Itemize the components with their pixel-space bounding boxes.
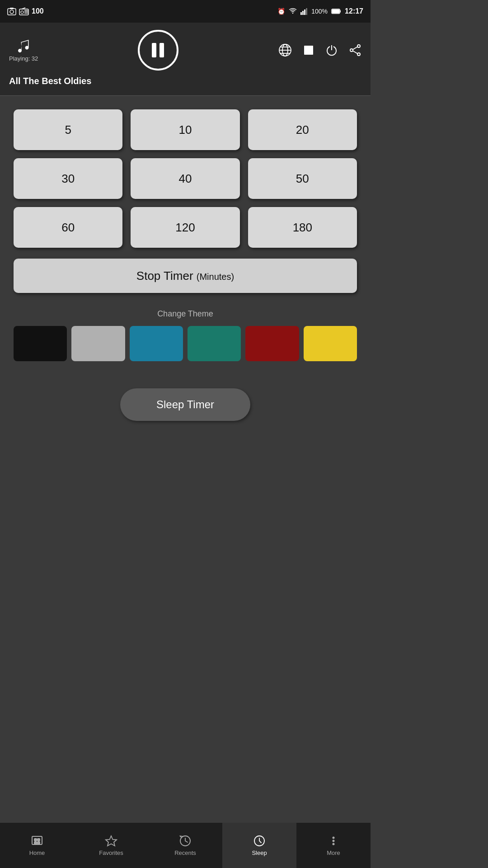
stop-timer-button[interactable]: Stop Timer (Minutes): [14, 259, 357, 293]
nav-more-label: More: [327, 849, 340, 856]
timer-btn-20[interactable]: 20: [248, 109, 357, 150]
more-icon: [327, 835, 340, 847]
svg-rect-9: [300, 12, 302, 15]
theme-swatches: [14, 326, 357, 361]
svg-rect-15: [340, 10, 341, 13]
svg-line-26: [353, 47, 357, 50]
svg-point-36: [333, 836, 335, 839]
recents-icon: [179, 835, 192, 847]
status-bar: 100 ⏰ 100%: [0, 0, 371, 23]
timer-grid: 5 10 20 30 40 50 60 120 180: [14, 109, 357, 248]
svg-rect-29: [34, 839, 37, 841]
svg-point-24: [357, 53, 360, 56]
battery-level: 100%: [311, 8, 328, 15]
station-name: All The Best Oldies: [9, 76, 361, 86]
power-button[interactable]: [325, 44, 338, 57]
svg-point-37: [333, 840, 335, 842]
sleep-icon: [253, 835, 266, 847]
nav-recents-label: Recents: [174, 849, 196, 856]
stop-button[interactable]: [303, 44, 314, 56]
globe-icon[interactable]: [278, 43, 292, 57]
svg-rect-31: [34, 842, 37, 844]
svg-rect-0: [8, 9, 16, 15]
svg-rect-2: [10, 8, 14, 9]
header-right-controls: [278, 43, 361, 57]
signal-icon: [300, 8, 308, 15]
star-icon: [105, 835, 117, 847]
theme-swatch-red[interactable]: [245, 326, 299, 361]
change-theme-label: Change Theme: [14, 309, 357, 319]
svg-rect-30: [38, 839, 40, 841]
timer-btn-120[interactable]: 120: [131, 207, 239, 248]
header-left-icons: Playing: 32: [9, 39, 38, 62]
time-display: 12:17: [345, 7, 363, 15]
nav-sleep-label: Sleep: [252, 849, 267, 856]
sleep-timer-section: Sleep Timer: [14, 388, 357, 421]
svg-line-27: [353, 51, 357, 54]
status-left: 100: [7, 7, 44, 15]
alarm-icon: ⏰: [277, 8, 285, 15]
svg-rect-21: [304, 46, 313, 55]
music-note-icon: [16, 39, 31, 53]
timer-btn-180[interactable]: 180: [248, 207, 357, 248]
playing-count: 100: [32, 7, 44, 15]
radio-icon: [19, 7, 29, 15]
timer-btn-5[interactable]: 5: [14, 109, 122, 150]
nav-sleep[interactable]: Sleep: [222, 823, 296, 868]
sleep-timer-button[interactable]: Sleep Timer: [120, 388, 250, 421]
nav-home[interactable]: Home: [0, 823, 74, 868]
pause-icon: [152, 43, 164, 57]
svg-point-4: [21, 11, 23, 14]
share-button[interactable]: [349, 44, 361, 57]
nav-home-label: Home: [29, 849, 45, 856]
status-right: ⏰ 100% 12:17: [277, 7, 363, 15]
svg-point-38: [333, 843, 335, 845]
timer-btn-50[interactable]: 50: [248, 158, 357, 199]
svg-rect-10: [302, 11, 304, 15]
player-header: Playing: 32: [0, 23, 371, 96]
theme-swatch-gray[interactable]: [71, 326, 125, 361]
svg-point-23: [357, 45, 360, 47]
nav-favorites-label: Favorites: [99, 849, 123, 856]
battery-icon: [331, 8, 341, 14]
wifi-icon: [289, 8, 297, 15]
theme-swatch-teal[interactable]: [188, 326, 241, 361]
theme-swatch-black[interactable]: [14, 326, 67, 361]
playing-label: Playing: 32: [9, 55, 38, 62]
timer-btn-40[interactable]: 40: [131, 158, 239, 199]
timer-btn-10[interactable]: 10: [131, 109, 239, 150]
photo-icon: [7, 7, 16, 15]
svg-rect-32: [38, 842, 40, 844]
theme-swatch-blue[interactable]: [130, 326, 183, 361]
svg-point-25: [350, 49, 353, 52]
svg-marker-33: [106, 836, 117, 846]
pause-button[interactable]: [138, 30, 178, 71]
nav-more[interactable]: More: [296, 823, 371, 868]
timer-btn-30[interactable]: 30: [14, 158, 122, 199]
svg-point-1: [10, 10, 14, 14]
theme-swatch-yellow[interactable]: [304, 326, 357, 361]
timer-btn-60[interactable]: 60: [14, 207, 122, 248]
main-content: 5 10 20 30 40 50 60 120 180 Stop Timer (…: [0, 96, 371, 430]
svg-rect-11: [304, 9, 305, 15]
svg-rect-14: [332, 9, 339, 13]
bottom-nav: Home Favorites Recents Sleep: [0, 823, 371, 868]
nav-favorites[interactable]: Favorites: [74, 823, 148, 868]
home-icon: [31, 835, 43, 847]
nav-recents[interactable]: Recents: [148, 823, 222, 868]
svg-rect-12: [306, 8, 307, 15]
